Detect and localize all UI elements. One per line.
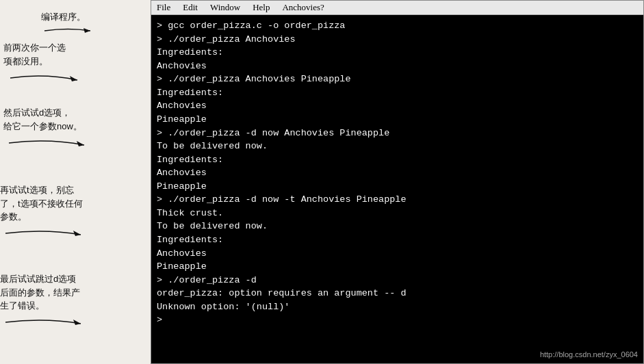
svg-marker-3 bbox=[73, 231, 81, 236]
annotation-4: 再试试t选项，别忘了，t选项不接收任何参数。 bbox=[0, 183, 89, 243]
arrow-1 bbox=[41, 24, 96, 39]
annotation-1: 编译程序。 bbox=[41, 10, 96, 39]
annotation-2: 前两次你一个选项都没用。 bbox=[3, 41, 86, 88]
svg-marker-2 bbox=[77, 141, 84, 146]
terminal-body[interactable]: > gcc order_pizza.c -o order_pizza > ./o… bbox=[151, 15, 643, 363]
watermark: http://blog.csdn.net/zyx_0604 bbox=[540, 350, 638, 361]
annotation-5: 最后试试跳过d选项后面的参数，结果产生了错误。 bbox=[0, 272, 89, 332]
annotation-panel: 编译程序。 前两次你一个选项都没用。 然后试试d选项，给它一个参数now。 bbox=[0, 0, 151, 364]
menu-help[interactable]: Help bbox=[253, 2, 270, 13]
ann2-text: 前两次你一个选项都没用。 bbox=[3, 41, 86, 68]
ann5-text: 最后试试跳过d选项后面的参数，结果产生了错误。 bbox=[0, 272, 89, 313]
svg-marker-0 bbox=[83, 28, 90, 33]
menu-window[interactable]: Window bbox=[210, 2, 240, 13]
terminal-output: > gcc order_pizza.c -o order_pizza > ./o… bbox=[157, 19, 638, 327]
arrow-4 bbox=[0, 224, 89, 243]
ann4-text: 再试试t选项，别忘了，t选项不接收任何参数。 bbox=[0, 183, 89, 224]
arrow-3 bbox=[3, 133, 92, 153]
annotation-3: 然后试试d选项，给它一个参数now。 bbox=[3, 106, 92, 153]
ann3-text: 然后试试d选项，给它一个参数now。 bbox=[3, 106, 92, 133]
arrow-2 bbox=[3, 68, 86, 88]
menu-edit[interactable]: Edit bbox=[183, 2, 198, 13]
arrow-5 bbox=[0, 313, 89, 332]
svg-marker-4 bbox=[73, 320, 81, 325]
terminal-wrapper: File Edit Window Help Anchovies? > gcc o… bbox=[151, 0, 644, 364]
ann1-text: 编译程序。 bbox=[41, 10, 96, 24]
menu-bar: File Edit Window Help Anchovies? bbox=[151, 1, 643, 15]
svg-marker-1 bbox=[70, 76, 77, 81]
menu-file[interactable]: File bbox=[157, 2, 170, 13]
menu-anchovies[interactable]: Anchovies? bbox=[282, 2, 324, 13]
